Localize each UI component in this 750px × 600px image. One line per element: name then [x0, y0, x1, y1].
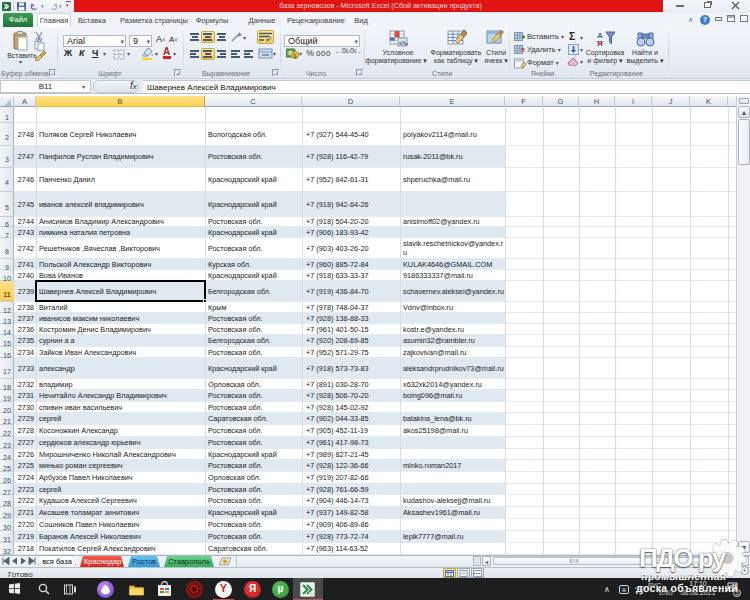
svg-text:s‰: s‰: [399, 40, 408, 46]
svg-text:Я: Я: [597, 39, 603, 47]
